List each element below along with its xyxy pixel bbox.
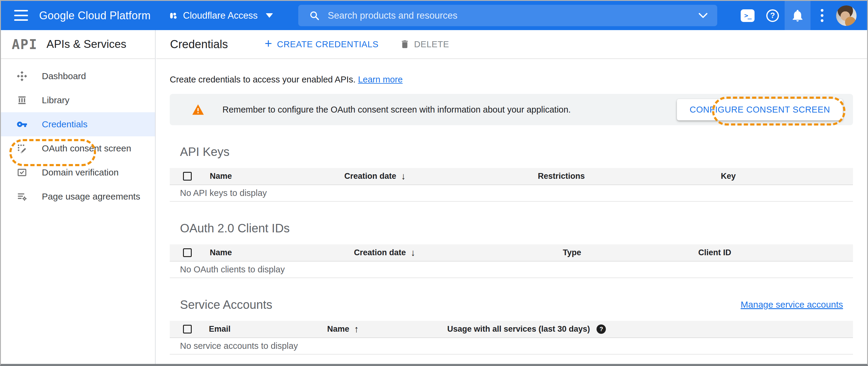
avatar: [836, 5, 857, 26]
sort-asc-icon: ↑: [354, 324, 359, 335]
sidebar-title: APIs & Services: [46, 38, 126, 51]
search-input[interactable]: [328, 10, 698, 21]
usage-help-icon[interactable]: ?: [596, 325, 606, 334]
sort-desc-icon: ↓: [401, 171, 406, 182]
search-expand-chevron-icon[interactable]: [698, 12, 708, 19]
delete-button[interactable]: DELETE: [400, 39, 449, 49]
sidebar-item-label: Library: [42, 95, 69, 105]
banner-message: Remember to configure the OAuth consent …: [222, 105, 571, 115]
oauth-clients-select-all-checkbox[interactable]: [183, 248, 192, 257]
column-header-name[interactable]: Name: [210, 244, 232, 261]
column-header-name[interactable]: Name ↑: [327, 321, 359, 337]
api-keys-section-header: API Keys: [170, 145, 853, 159]
sidebar-item-label: Credentials: [42, 119, 88, 129]
help-icon: ?: [766, 9, 779, 22]
key-icon: [17, 119, 27, 130]
api-logo: API: [12, 37, 37, 52]
sidebar-item-credentials[interactable]: Credentials: [1, 112, 155, 136]
sidebar-nav: Dashboard Library: [1, 59, 155, 209]
learn-more-link[interactable]: Learn more: [358, 74, 402, 84]
bell-icon: [790, 9, 805, 23]
oauth-clients-section-header: OAuth 2.0 Client IDs: [170, 221, 853, 235]
more-options-button[interactable]: [810, 1, 833, 30]
consent-warning-banner: Remember to configure the OAuth consent …: [170, 94, 853, 125]
domain-verification-icon: [17, 167, 27, 178]
sidebar: API APIs & Services Dashboard: [1, 30, 156, 364]
browser-viewport: Google Cloud Platform Cloudflare Access: [0, 0, 868, 366]
dashboard-icon: [17, 71, 27, 82]
library-icon: [17, 95, 27, 105]
service-accounts-title: Service Accounts: [170, 297, 272, 312]
column-header-key[interactable]: Key: [721, 168, 736, 184]
project-switcher[interactable]: Cloudflare Access: [169, 1, 273, 30]
oauth-clients-empty-state: No OAuth clients to display: [170, 262, 853, 278]
main-panel: Credentials + CREATE CREDENTIALS DELETE …: [156, 30, 867, 364]
column-header-usage[interactable]: Usage with all services (last 30 days) ?: [447, 321, 606, 337]
column-header-type[interactable]: Type: [563, 244, 581, 261]
sort-desc-icon: ↓: [411, 247, 416, 258]
cloud-shell-icon: >_: [741, 9, 754, 22]
warning-icon: [192, 104, 204, 115]
sidebar-item-domain-verification[interactable]: Domain verification: [1, 160, 155, 184]
service-accounts-table-header: Email Name ↑ Usage with all services (la…: [170, 321, 853, 338]
sidebar-item-label: OAuth consent screen: [42, 143, 131, 153]
intro-text: Create credentials to access your enable…: [170, 74, 853, 85]
sidebar-item-page-usage-agreements[interactable]: Page usage agreements: [1, 184, 155, 209]
column-header-client-id[interactable]: Client ID: [698, 244, 731, 261]
api-keys-title: API Keys: [170, 145, 230, 159]
service-accounts-section-header: Service Accounts Manage service accounts: [170, 297, 853, 312]
oauth-clients-table-header: Name Creation date ↓ Type Client ID: [170, 244, 853, 262]
page-title: Credentials: [170, 38, 228, 51]
cloud-shell-button[interactable]: >_: [735, 1, 761, 30]
column-header-creation-date[interactable]: Creation date ↓: [354, 244, 415, 261]
column-header-creation-date[interactable]: Creation date ↓: [344, 168, 406, 184]
api-keys-empty-state: No API keys to display: [170, 185, 853, 202]
header-actions: >_ ?: [735, 1, 859, 30]
sidebar-item-dashboard[interactable]: Dashboard: [1, 64, 155, 88]
sidebar-item-label: Domain verification: [42, 167, 119, 178]
search-bar: [298, 5, 717, 26]
trash-icon: [400, 39, 410, 49]
project-icon: [169, 11, 178, 20]
project-name: Cloudflare Access: [183, 10, 258, 21]
gcp-logo[interactable]: Google Cloud Platform: [39, 1, 151, 30]
consent-screen-icon: [17, 143, 27, 154]
column-header-email[interactable]: Email: [209, 321, 230, 337]
sidebar-item-label: Page usage agreements: [42, 191, 140, 202]
page-content: Create credentials to access your enable…: [156, 74, 867, 355]
oauth-clients-title: OAuth 2.0 Client IDs: [170, 221, 290, 235]
column-header-restrictions[interactable]: Restrictions: [538, 168, 585, 184]
sidebar-header: API APIs & Services: [1, 30, 155, 59]
account-button[interactable]: [833, 1, 859, 30]
api-keys-table-header: Name Creation date ↓ Restrictions Key: [170, 168, 853, 185]
project-dropdown-icon: [266, 13, 273, 18]
app-header: Google Cloud Platform Cloudflare Access: [1, 1, 867, 30]
create-credentials-button[interactable]: + CREATE CREDENTIALS: [265, 38, 379, 51]
page-toolbar: Credentials + CREATE CREDENTIALS DELETE: [156, 30, 867, 59]
sidebar-item-library[interactable]: Library: [1, 88, 155, 112]
help-button[interactable]: ?: [761, 1, 785, 30]
kebab-menu-icon: [821, 9, 824, 22]
sidebar-item-oauth-consent-screen[interactable]: OAuth consent screen: [1, 136, 155, 160]
api-keys-select-all-checkbox[interactable]: [183, 172, 192, 181]
search-icon: [309, 10, 320, 21]
page-usage-agreements-icon: [17, 191, 27, 202]
sidebar-item-label: Dashboard: [42, 71, 86, 81]
service-accounts-empty-state: No service accounts to display: [170, 338, 853, 355]
column-header-name[interactable]: Name: [210, 168, 232, 184]
plus-icon: +: [265, 37, 272, 50]
notifications-button[interactable]: [785, 1, 810, 30]
hamburger-menu-icon[interactable]: [14, 9, 28, 22]
manage-service-accounts-link[interactable]: Manage service accounts: [741, 297, 843, 312]
service-accounts-select-all-checkbox[interactable]: [183, 325, 192, 334]
configure-consent-screen-button[interactable]: CONFIGURE CONSENT SCREEN: [677, 99, 843, 120]
